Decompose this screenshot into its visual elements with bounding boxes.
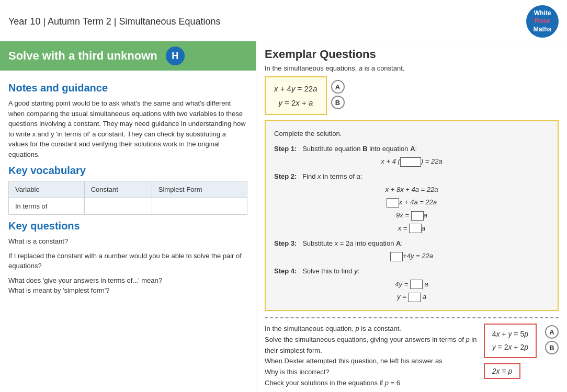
blank-step1[interactable] <box>400 157 421 167</box>
vocab-row2-col1: In terms of <box>9 198 85 215</box>
second-eq-label-a: A <box>545 325 559 339</box>
solution-title: Complete the solution. <box>274 128 549 141</box>
header: Year 10 | Autumn Term 2 | Simultaneous E… <box>0 0 567 41</box>
step2-text: Find x in terms of a: <box>299 172 362 180</box>
step4-eq1: 4y = a <box>274 278 549 291</box>
vocab-col2: Constant <box>84 181 152 198</box>
second-eq-area: 4x + y = 5p y = 2x + 2p A B 2x = p <box>484 324 559 389</box>
blank-step2b[interactable] <box>411 211 424 221</box>
step2-eq2: x + 4a = 22a <box>274 196 549 209</box>
topic-header: Solve with a third unknown H <box>0 41 256 71</box>
step3-header: Step 3: Substitute x = 2a into equation … <box>274 237 549 250</box>
eq-b-text: y = 2x + a <box>274 96 317 110</box>
second-body3: Why is this incorrect? <box>265 367 478 378</box>
second-eq-labels: A B <box>545 325 559 356</box>
step1-label: Step 1: <box>274 145 297 153</box>
second-eq-row: 4x + y = 5p y = 2x + 2p A B <box>484 324 559 358</box>
step4-label: Step 4: <box>274 267 297 275</box>
step2-eq4: x = a <box>274 222 549 235</box>
second-text: In the simultaneous equation, p is a con… <box>265 324 478 389</box>
vocab-row2-col3 <box>152 198 247 215</box>
vocab-table: Variable Constant Simplest Form In terms… <box>8 181 247 215</box>
eq-label-a: A <box>331 80 345 94</box>
wrm-maths: Maths <box>534 26 552 34</box>
step3-eq: +4y = 22a <box>274 250 549 263</box>
eq-frame: x + 4y = 22a y = 2x + a <box>265 76 327 115</box>
eq-a-text: x + 4y = 22a <box>274 82 317 96</box>
step2-eq3: 9x = a <box>274 209 549 222</box>
right-panel: Exemplar Questions In the simultaneous e… <box>256 41 567 392</box>
step2-label: Step 2: <box>274 172 297 180</box>
notes-title: Notes and guidance <box>8 82 247 94</box>
dexter-answer: 2x = p <box>484 363 521 379</box>
step1-header: Step 1: Substitute equation B into equat… <box>274 143 549 156</box>
eq-labels: A B <box>331 80 345 111</box>
page-title: Year 10 | Autumn Term 2 | Simultaneous E… <box>8 16 221 27</box>
topic-title: Solve with a third unknown <box>8 49 157 63</box>
step3-text: Substitute x = 2a into equation A: <box>299 239 403 247</box>
step1-text: Substitute equation B into equation A: <box>299 145 417 153</box>
second-eq-label-b: B <box>545 341 559 354</box>
blank-step2a[interactable] <box>387 198 399 207</box>
exemplar-title: Exemplar Questions <box>265 48 559 61</box>
second-eq-a: 4x + y = 5p <box>492 328 528 341</box>
equation-box: x + 4y = 22a y = 2x + a A B <box>265 76 559 115</box>
blank-step3[interactable] <box>390 252 403 261</box>
step3-label: Step 3: <box>274 239 297 247</box>
exemplar-intro: In the simultaneous equations, a is a co… <box>265 64 559 72</box>
second-body1: Solve the simultaneous equations, giving… <box>265 335 478 356</box>
key-q3: What does 'give your answers in terms of… <box>8 275 247 296</box>
step2-eq1: x + 8x + 4a = 22a <box>274 183 549 197</box>
left-content: Notes and guidance A good starting point… <box>0 71 256 306</box>
wrm-logo: White Rose Maths <box>526 5 559 38</box>
step4-text: Solve this to find y: <box>299 267 359 275</box>
second-body2: When Dexter attempted this question, he … <box>265 356 478 367</box>
vocab-row2-col2 <box>84 198 152 215</box>
key-questions-title: Key questions <box>8 220 247 232</box>
second-body4: Check your solutions in the equations if… <box>265 378 478 389</box>
step4-header: Step 4: Solve this to find y: <box>274 265 549 278</box>
second-section: In the simultaneous equation, p is a con… <box>265 317 559 389</box>
step1-eq: x + 4 () = 22a <box>274 155 549 168</box>
wrm-white: White <box>534 9 551 18</box>
blank-step2c[interactable] <box>409 224 422 233</box>
blank-step4a[interactable] <box>410 280 423 289</box>
main-content: Solve with a third unknown H Notes and g… <box>0 41 567 392</box>
second-intro: In the simultaneous equation, p is a con… <box>265 324 478 335</box>
second-eq-frame: 4x + y = 5p y = 2x + 2p <box>484 324 537 358</box>
wrm-rose: Rose <box>535 17 550 26</box>
vocab-title: Key vocabulary <box>8 165 247 177</box>
left-panel: Solve with a third unknown H Notes and g… <box>0 41 256 392</box>
vocab-col1: Variable <box>9 181 85 198</box>
key-q2: If I replaced the constant with a number… <box>8 251 247 271</box>
notes-body: A good starting point would be to ask wh… <box>8 98 247 159</box>
step2-header: Step 2: Find x in terms of a: <box>274 170 549 183</box>
step4-eq2: y = a <box>274 291 549 304</box>
key-q1: What is a constant? <box>8 236 247 247</box>
topic-badge: H <box>166 47 185 65</box>
solution-box: Complete the solution. Step 1: Substitut… <box>265 120 559 311</box>
eq-label-b: B <box>331 96 345 109</box>
blank-step4b[interactable] <box>408 293 421 302</box>
second-eq-b: y = 2x + 2p <box>492 341 528 354</box>
vocab-col3: Simplest Form <box>152 181 247 198</box>
